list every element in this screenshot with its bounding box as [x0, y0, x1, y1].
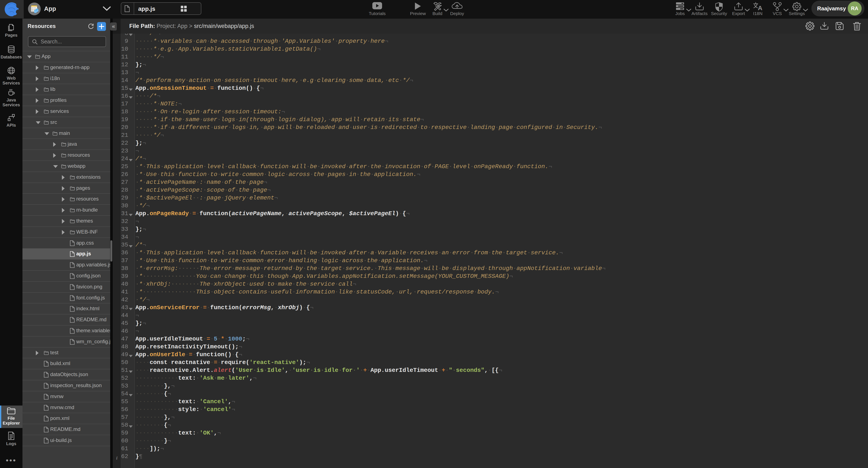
svg-text:A: A	[758, 4, 763, 10]
